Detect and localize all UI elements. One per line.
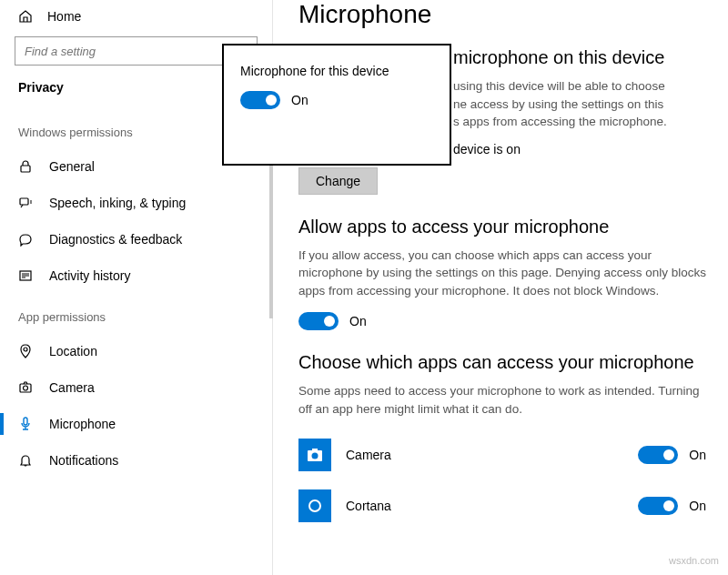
nav-camera[interactable]: Camera <box>0 369 272 406</box>
section3-title: Choose which apps can access your microp… <box>298 352 706 373</box>
bell-icon <box>18 453 33 468</box>
search-input-container[interactable] <box>15 36 258 66</box>
change-button[interactable]: Change <box>298 167 378 195</box>
svg-point-8 <box>312 452 318 459</box>
section2-body: If you allow access, you can choose whic… <box>298 247 706 300</box>
home-icon <box>18 9 33 24</box>
svg-rect-9 <box>312 449 318 451</box>
microphone-icon <box>18 417 33 431</box>
section3-body: Some apps need to access your microphone… <box>298 382 706 418</box>
svg-rect-1 <box>20 198 28 205</box>
svg-point-3 <box>24 348 27 351</box>
app-name: Camera <box>346 448 638 462</box>
app-cortana-icon <box>298 489 331 522</box>
nav-label: Location <box>49 344 97 358</box>
nav-notifications[interactable]: Notifications <box>0 442 272 479</box>
device-access-popup: Microphone for this device On <box>222 44 451 166</box>
section2-title: Allow apps to access your microphone <box>298 217 706 237</box>
svg-point-5 <box>24 386 28 390</box>
location-icon <box>18 344 33 358</box>
nav-location[interactable]: Location <box>0 333 272 369</box>
nav-label: General <box>49 159 95 174</box>
search-input[interactable] <box>25 45 248 58</box>
nav-diagnostics[interactable]: Diagnostics & feedback <box>0 221 272 257</box>
section1-status: device is on <box>453 142 706 156</box>
nav-label: Speech, inking, & typing <box>49 196 186 210</box>
nav-label: Microphone <box>49 417 116 431</box>
popup-toggle-label: On <box>291 93 308 107</box>
app-camera-toggle[interactable] <box>638 446 678 464</box>
nav-microphone[interactable]: Microphone <box>0 406 272 442</box>
watermark: wsxdn.com <box>669 555 719 566</box>
lock-icon <box>18 159 33 174</box>
app-cortana-toggle[interactable] <box>638 497 678 515</box>
camera-icon <box>18 380 33 395</box>
home-label: Home <box>47 9 81 24</box>
apps-access-toggle[interactable] <box>298 312 339 330</box>
home-button[interactable]: Home <box>0 0 272 31</box>
app-row-cortana: Cortana On <box>298 480 706 531</box>
speech-icon <box>18 196 33 210</box>
popup-title: Microphone for this device <box>240 64 433 78</box>
history-icon <box>18 268 33 283</box>
feedback-icon <box>18 232 33 247</box>
nav-activity[interactable]: Activity history <box>0 257 272 294</box>
app-row-camera: Camera On <box>298 429 706 480</box>
svg-rect-6 <box>24 418 27 425</box>
toggle-label: On <box>689 448 706 462</box>
section-app-perms: App permissions <box>0 294 272 333</box>
toggle-label: On <box>689 499 706 513</box>
nav-speech[interactable]: Speech, inking, & typing <box>0 185 272 221</box>
nav-label: Activity history <box>49 268 130 283</box>
svg-rect-4 <box>20 384 31 392</box>
page-title: Microphone <box>298 0 706 29</box>
app-name: Cortana <box>346 499 638 513</box>
svg-point-10 <box>309 500 320 511</box>
toggle-label: On <box>349 314 367 328</box>
nav-label: Camera <box>49 380 95 395</box>
svg-rect-0 <box>21 166 30 172</box>
device-mic-toggle[interactable] <box>240 91 280 109</box>
nav-label: Notifications <box>49 453 118 468</box>
section1-title: microphone on this device <box>453 47 706 68</box>
app-camera-icon <box>298 439 331 471</box>
section1-body: using this device will be able to choose… <box>453 77 706 131</box>
nav-label: Diagnostics & feedback <box>49 232 182 247</box>
